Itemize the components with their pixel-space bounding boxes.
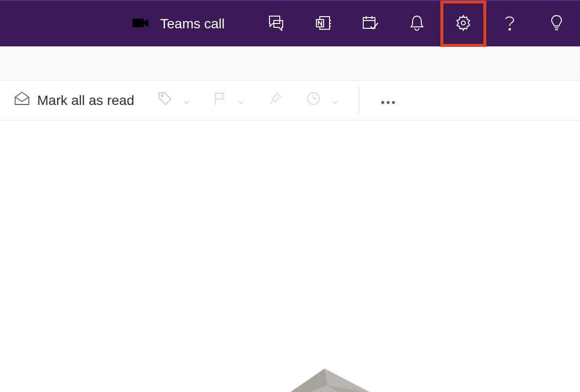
svg-point-11 — [461, 21, 465, 25]
lightbulb-icon — [550, 14, 563, 34]
message-toolbar: Mark all as read — [0, 81, 580, 121]
chevron-down-icon — [331, 93, 338, 108]
ellipsis-icon — [380, 93, 396, 108]
chat-icon — [268, 15, 285, 33]
svg-point-19 — [387, 101, 390, 104]
teams-call-button[interactable]: Teams call — [132, 16, 225, 32]
svg-rect-7 — [363, 18, 375, 28]
svg-point-20 — [392, 101, 395, 104]
svg-point-15 — [161, 95, 163, 97]
flag-button[interactable] — [202, 81, 256, 120]
onenote-icon — [315, 15, 331, 33]
envelope-illustration — [276, 365, 378, 392]
tag-icon — [158, 91, 172, 109]
tips-button[interactable] — [533, 0, 580, 47]
clock-icon — [306, 91, 321, 109]
calendar-board-button[interactable] — [347, 0, 394, 47]
onenote-button[interactable] — [300, 0, 347, 47]
chat-button[interactable] — [253, 0, 300, 47]
settings-button[interactable] — [440, 0, 486, 47]
question-icon — [504, 14, 516, 34]
snooze-button[interactable] — [294, 81, 350, 120]
bell-icon — [410, 15, 424, 33]
chevron-down-icon — [238, 93, 245, 108]
svg-line-16 — [270, 101, 273, 104]
notifications-button[interactable] — [394, 0, 440, 47]
header-actions — [253, 0, 580, 47]
svg-point-12 — [509, 28, 511, 30]
video-icon — [132, 17, 149, 31]
app-header: Teams call — [0, 0, 580, 46]
pin-icon — [268, 91, 283, 109]
calendar-check-icon — [362, 15, 378, 33]
toolbar-separator — [359, 87, 359, 114]
empty-state — [0, 121, 580, 392]
ribbon-gap — [0, 46, 580, 81]
teams-call-label: Teams call — [160, 16, 225, 32]
mark-all-read-label: Mark all as read — [37, 93, 134, 108]
categorize-button[interactable] — [146, 81, 202, 120]
help-button[interactable] — [486, 0, 533, 47]
pin-button[interactable] — [256, 81, 294, 120]
gear-icon — [455, 15, 472, 33]
svg-rect-0 — [132, 19, 144, 27]
flag-icon — [213, 91, 227, 109]
mail-open-icon — [14, 91, 30, 109]
more-actions-button[interactable] — [368, 81, 408, 120]
mark-all-read-button[interactable]: Mark all as read — [2, 81, 146, 120]
chevron-down-icon — [183, 93, 190, 108]
svg-point-18 — [381, 101, 384, 104]
